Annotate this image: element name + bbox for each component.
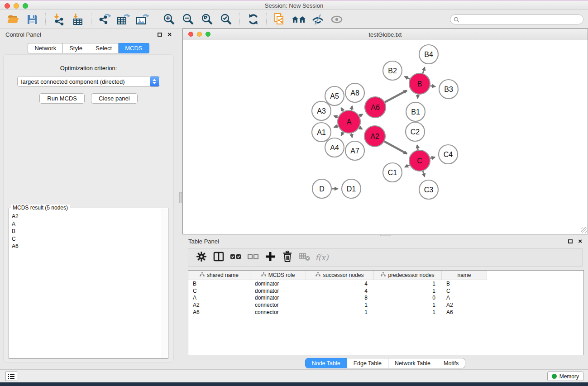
- graph-edge-A-A8[interactable]: [351, 106, 352, 110]
- close-panel-button[interactable]: Close panel: [91, 93, 138, 104]
- table-cell[interactable]: connector: [250, 309, 306, 315]
- graph-edge-C-C3[interactable]: [423, 171, 425, 176]
- table-cell[interactable]: 4: [306, 288, 374, 294]
- table-row[interactable]: Bdominator41B: [188, 280, 583, 287]
- table-cell[interactable]: 4: [306, 281, 374, 287]
- graph-edge-A-A7[interactable]: [351, 133, 352, 137]
- import-table-button[interactable]: [68, 12, 87, 27]
- table-cell[interactable]: 0: [374, 295, 442, 301]
- table-cell[interactable]: connector: [250, 302, 306, 308]
- toggle-panels-button[interactable]: [210, 250, 227, 265]
- graph-edge-A-A5[interactable]: [341, 108, 344, 111]
- table-cell[interactable]: A6: [442, 309, 487, 315]
- graph-edge-A6-B[interactable]: [385, 91, 407, 102]
- tab-network[interactable]: Network: [28, 43, 63, 53]
- table-row[interactable]: Adominator80A: [188, 295, 583, 302]
- refresh-button[interactable]: [244, 12, 263, 27]
- memory-button[interactable]: Memory: [547, 372, 583, 381]
- tab-style[interactable]: Style: [63, 43, 89, 53]
- table-cell[interactable]: A: [188, 295, 250, 301]
- delete-column-button[interactable]: [279, 250, 296, 265]
- tab-motifs[interactable]: Motifs: [437, 358, 465, 368]
- tab-mcds[interactable]: MCDS: [119, 43, 149, 53]
- table-cell[interactable]: 8: [306, 295, 374, 301]
- mcds-result-list[interactable]: A2ABCA6: [12, 213, 162, 357]
- close-table-panel-icon[interactable]: ×: [578, 239, 582, 243]
- table-row[interactable]: A6connector11A6: [188, 309, 583, 316]
- table-cell[interactable]: 1: [374, 288, 442, 294]
- import-network-button[interactable]: [49, 12, 68, 27]
- run-mcds-button[interactable]: Run MCDS: [39, 93, 85, 104]
- network-from-selection-button[interactable]: [270, 12, 289, 27]
- zoom-out-button[interactable]: [179, 12, 198, 27]
- unselect-all-columns-button[interactable]: [244, 250, 262, 265]
- export-image-button[interactable]: [133, 12, 152, 27]
- table-cell[interactable]: A: [442, 295, 487, 301]
- zoom-selected-button[interactable]: [217, 12, 236, 27]
- table-cell[interactable]: 1: [306, 309, 374, 315]
- tab-edge-table[interactable]: Edge Table: [347, 358, 388, 368]
- table-cell[interactable]: 1: [374, 302, 442, 308]
- open-file-button[interactable]: [4, 12, 23, 27]
- show-all-button[interactable]: [327, 12, 346, 27]
- network-canvas[interactable]: B4B2BB3A5A8A6A3B1AC2A1A2A4A7C4CC1DD1C3: [183, 40, 588, 234]
- column-header-name[interactable]: name: [442, 271, 487, 280]
- criterion-dropdown[interactable]: largest connected component (directed): [17, 76, 160, 87]
- graph-edge-B-B1[interactable]: [417, 95, 418, 99]
- table-row[interactable]: A2connector11A2: [188, 301, 583, 309]
- table-cell[interactable]: dominator: [250, 288, 306, 294]
- graph-edge-B-B3[interactable]: [430, 86, 435, 86]
- table-cell[interactable]: C: [188, 288, 250, 294]
- column-header-predecessor-nodes[interactable]: predecessor nodes: [374, 271, 442, 280]
- table-cell[interactable]: C: [442, 288, 487, 294]
- table-settings-button[interactable]: [193, 250, 210, 265]
- export-network-button[interactable]: [95, 12, 114, 27]
- graph-edge-A-A4[interactable]: [341, 132, 344, 136]
- table-cell[interactable]: dominator: [250, 295, 306, 301]
- graph-edge-C-C2[interactable]: [417, 145, 418, 150]
- graph-edge-A-A1[interactable]: [334, 126, 338, 127]
- graph-edge-C-C1[interactable]: [405, 165, 410, 167]
- first-neighbors-button[interactable]: [289, 12, 308, 27]
- table-cell[interactable]: 1: [374, 309, 442, 315]
- search-box[interactable]: [450, 14, 583, 24]
- graph-edge-B-B4[interactable]: [423, 67, 425, 73]
- table-cell[interactable]: A6: [188, 309, 250, 315]
- close-panel-icon[interactable]: ×: [167, 32, 172, 37]
- table-cell[interactable]: B: [442, 281, 487, 287]
- graph-edge-A-A6[interactable]: [359, 114, 363, 116]
- select-all-columns-button[interactable]: [227, 250, 244, 265]
- column-header-successor-nodes[interactable]: successor nodes: [306, 271, 374, 280]
- float-panel-icon[interactable]: [158, 33, 162, 37]
- graph-edge-A2-C[interactable]: [384, 141, 407, 153]
- task-history-button[interactable]: [5, 372, 17, 381]
- table-row[interactable]: Cdominator41C: [188, 287, 583, 295]
- zoom-fit-button[interactable]: [198, 12, 217, 27]
- table-cell[interactable]: 1: [306, 302, 374, 308]
- add-column-button[interactable]: [262, 250, 279, 265]
- vertical-splitter-handle[interactable]: [179, 192, 182, 203]
- network-window-titlebar[interactable]: testGlobe.txt: [183, 29, 588, 40]
- table-cell[interactable]: 1: [374, 281, 442, 287]
- graph-edge-C-C4[interactable]: [430, 157, 435, 158]
- table-cell[interactable]: dominator: [250, 281, 306, 287]
- tab-network-table[interactable]: Network Table: [388, 358, 437, 368]
- table-cell[interactable]: A2: [188, 302, 250, 308]
- table-cell[interactable]: A2: [442, 302, 487, 308]
- export-table-button[interactable]: [114, 12, 133, 27]
- graph-edge-B-B2[interactable]: [405, 76, 410, 79]
- tab-select[interactable]: Select: [89, 43, 119, 53]
- graph-edge-A-A3[interactable]: [334, 116, 338, 117]
- hide-selected-button[interactable]: [308, 12, 327, 27]
- column-header-shared-name[interactable]: shared name: [188, 271, 250, 280]
- zoom-in-button[interactable]: [160, 12, 179, 27]
- column-header-MCDS-role[interactable]: MCDS role: [250, 271, 306, 280]
- window-resize-grip[interactable]: [581, 227, 587, 233]
- graph-edge-A-A2[interactable]: [359, 128, 362, 129]
- search-input[interactable]: [459, 16, 583, 23]
- save-session-button[interactable]: [23, 12, 42, 27]
- float-table-panel-icon[interactable]: [568, 239, 573, 243]
- tab-node-table[interactable]: Node Table: [305, 358, 347, 368]
- mcds-result-scrollbar[interactable]: [162, 209, 167, 358]
- table-cell[interactable]: B: [188, 281, 250, 287]
